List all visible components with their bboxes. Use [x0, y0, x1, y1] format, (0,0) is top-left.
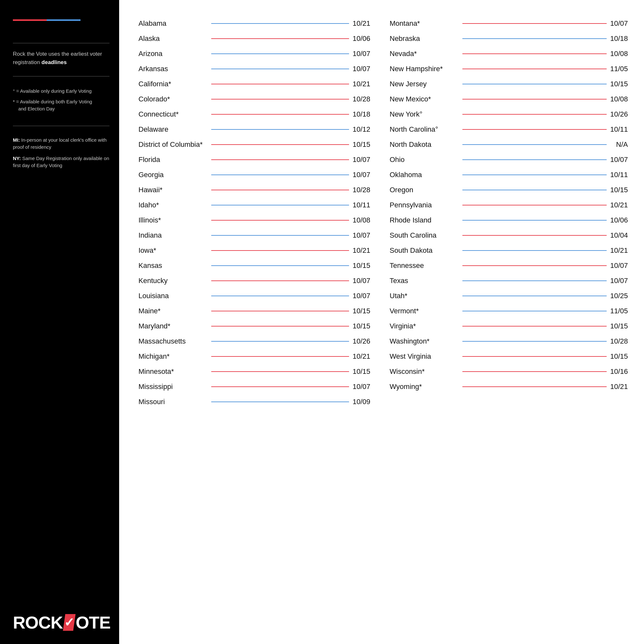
state-date: 10/15 — [609, 352, 628, 361]
state-line — [211, 341, 349, 342]
state-item: North Carolina°10/11 — [390, 122, 628, 137]
state-name: New Mexico* — [390, 95, 460, 103]
state-date: 10/07 — [351, 277, 370, 285]
state-item: Tennessee10/07 — [390, 258, 628, 273]
accent-bar — [13, 19, 81, 21]
state-item: Washington*10/28 — [390, 334, 628, 349]
state-date: 10/07 — [609, 277, 628, 285]
state-line — [462, 99, 607, 99]
state-line — [462, 311, 607, 311]
state-date: 10/11 — [609, 125, 628, 134]
state-name: Iowa* — [138, 246, 209, 255]
state-item: Arizona10/07 — [138, 46, 370, 62]
state-item: South Carolina10/04 — [390, 228, 628, 243]
state-date: 10/06 — [351, 34, 370, 43]
state-item: Louisiana10/07 — [138, 289, 370, 304]
divider-2 — [13, 76, 109, 77]
state-item: Georgia10/07 — [138, 167, 370, 183]
state-item: West Virginia10/15 — [390, 349, 628, 364]
state-line — [462, 190, 607, 190]
states-column-left: Alabama10/21Alaska10/06Arizona10/07Arkan… — [138, 16, 383, 628]
state-item: Delaware10/12 — [138, 122, 370, 137]
ny-note: NY: Same Day Registration only available… — [13, 155, 109, 169]
state-name: Connecticut* — [138, 110, 209, 118]
state-date: 10/21 — [351, 19, 370, 28]
state-item: Illinois*10/08 — [138, 213, 370, 228]
state-name: Nebraska — [390, 34, 460, 43]
state-date: 10/15 — [351, 307, 370, 315]
state-item: Kentucky10/07 — [138, 273, 370, 289]
state-line — [211, 175, 349, 175]
state-line — [211, 69, 349, 69]
state-date: 10/06 — [609, 216, 628, 224]
state-line — [462, 69, 607, 69]
state-date: 10/18 — [609, 34, 628, 43]
state-line — [462, 326, 607, 327]
state-item: Alabama10/21 — [138, 16, 370, 31]
state-date: 10/28 — [351, 186, 370, 194]
divider-3 — [13, 126, 109, 126]
state-line — [211, 99, 349, 99]
state-item: Oregon10/15 — [390, 183, 628, 198]
state-date: 10/12 — [351, 125, 370, 134]
state-line — [211, 190, 349, 190]
state-item: Maryland*10/15 — [138, 319, 370, 334]
state-line — [211, 235, 349, 236]
logo-vote: OTE — [76, 614, 110, 631]
state-name: Colorado* — [138, 95, 209, 103]
state-date: 10/11 — [351, 201, 370, 209]
divider-1 — [13, 43, 109, 43]
state-item: Iowa*10/21 — [138, 243, 370, 258]
right-panel: Alabama10/21Alaska10/06Arizona10/07Arkan… — [119, 0, 644, 644]
state-name: Wisconsin* — [390, 367, 460, 376]
state-line — [211, 311, 349, 311]
state-item: New Hampshire*11/05 — [390, 62, 628, 77]
state-line — [462, 265, 607, 266]
state-line — [462, 296, 607, 296]
state-item: Colorado*10/28 — [138, 92, 370, 107]
state-name: Ohio — [390, 156, 460, 164]
state-item: Idaho*10/11 — [138, 198, 370, 213]
state-date: 10/07 — [609, 19, 628, 28]
state-item: District of Columbia*10/15 — [138, 137, 370, 152]
state-line — [211, 386, 349, 387]
state-line — [462, 129, 607, 130]
state-line — [462, 280, 607, 281]
state-line — [211, 129, 349, 130]
state-date: 10/16 — [609, 367, 628, 376]
state-name: West Virginia — [390, 352, 460, 361]
state-line — [462, 386, 607, 387]
state-date: 10/08 — [609, 50, 628, 58]
state-name: South Carolina — [390, 231, 460, 240]
state-date: 10/09 — [351, 398, 370, 406]
state-line — [462, 114, 607, 115]
state-item: New York°10/26 — [390, 107, 628, 122]
state-item: Minnesota*10/15 — [138, 364, 370, 379]
state-name: Wyoming* — [390, 383, 460, 391]
state-item: Pennsylvania10/21 — [390, 198, 628, 213]
state-date: 10/15 — [609, 80, 628, 88]
state-name: Louisiana — [138, 292, 209, 300]
state-name: Indiana — [138, 231, 209, 240]
state-date: 10/15 — [351, 261, 370, 270]
description: Rock the Vote uses the earliest voter re… — [13, 50, 109, 66]
state-date: 10/07 — [609, 261, 628, 270]
state-item: Wyoming*10/21 — [390, 379, 628, 394]
state-item: Missouri10/09 — [138, 394, 370, 410]
state-date: 10/07 — [609, 156, 628, 164]
state-line — [462, 53, 607, 54]
state-item: Rhode Island10/06 — [390, 213, 628, 228]
state-line — [462, 356, 607, 357]
state-specific-section: MI: In-person at your local clerk's offi… — [13, 133, 109, 173]
state-name: Georgia — [138, 171, 209, 179]
state-name: South Dakota — [390, 246, 460, 255]
state-date: 10/15 — [609, 186, 628, 194]
state-name: North Carolina° — [390, 125, 460, 134]
state-line — [462, 205, 607, 205]
state-line — [462, 250, 607, 251]
state-item: Indiana10/07 — [138, 228, 370, 243]
state-line — [462, 23, 607, 24]
left-panel: Rock the Vote uses the earliest voter re… — [0, 0, 119, 644]
state-name: Washington* — [390, 337, 460, 346]
state-item: Maine*10/15 — [138, 304, 370, 319]
